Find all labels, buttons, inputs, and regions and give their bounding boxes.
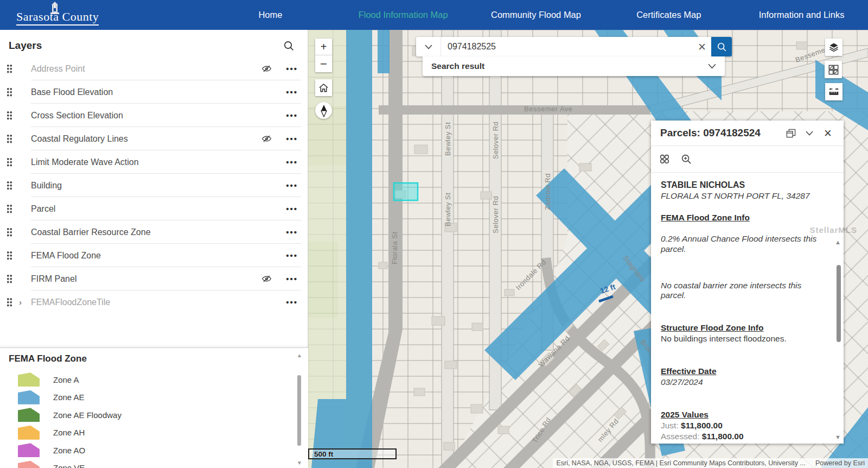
nav-items: Home Flood Information Map Community Flo… <box>204 0 868 30</box>
legend-item-zone-ae-floodway: Zone AE Floodway <box>9 406 308 424</box>
close-popup-button[interactable]: ✕ <box>819 127 837 140</box>
legend-label: Zone AE <box>53 393 85 402</box>
drag-handle-icon[interactable] <box>7 298 12 307</box>
collapse-popup-button[interactable] <box>800 131 819 136</box>
layer-row-parcel[interactable]: Parcel ••• <box>0 197 308 220</box>
drag-handle-icon[interactable] <box>7 64 12 73</box>
map-canvas[interactable]: Bessemer Ave Bessemer Florala St Bewley … <box>308 30 868 468</box>
drag-handle-icon[interactable] <box>7 204 12 213</box>
legend-scroll-up-icon[interactable]: ▲ <box>297 352 302 358</box>
drag-handle-icon[interactable] <box>7 111 12 120</box>
popup-scroll-up-icon[interactable]: ▲ <box>835 239 841 245</box>
popup-scroll-down-icon[interactable]: ▼ <box>835 434 841 440</box>
fema-flood-zone-info-link[interactable]: FEMA Flood Zone Info <box>661 213 827 223</box>
layer-label: FEMA Flood Zone <box>31 251 284 261</box>
popup-scrollbar-thumb[interactable] <box>837 265 841 342</box>
layer-options-button[interactable]: ••• <box>284 298 298 307</box>
nav-item-certificates-map[interactable]: Certificates Map <box>602 0 735 30</box>
zoom-out-button[interactable]: − <box>315 55 332 72</box>
home-extent-button[interactable] <box>315 79 332 96</box>
layer-row-address-point[interactable]: Address Point ••• <box>0 57 308 80</box>
legend-scroll-down-icon[interactable]: ▼ <box>297 460 302 466</box>
legend-swatch <box>18 426 40 440</box>
nav-item-home[interactable]: Home <box>204 0 337 30</box>
selected-parcel-highlight <box>394 183 418 200</box>
layer-row-femafloodzonetile[interactable]: › FEMAFloodZoneTile ••• <box>0 290 308 314</box>
layer-row-base-flood-elevation[interactable]: Base Flood Elevation ••• <box>0 80 308 104</box>
visibility-hidden-icon[interactable] <box>261 134 272 143</box>
zoom-in-button[interactable]: + <box>315 39 332 55</box>
layer-options-button[interactable]: ••• <box>284 274 298 283</box>
legend-swatch <box>18 408 40 422</box>
legend-item-zone-ve: Zone VE <box>9 459 308 468</box>
search-clear-icon[interactable]: ✕ <box>693 41 711 53</box>
drag-handle-icon[interactable] <box>7 134 12 143</box>
search-submit-button[interactable] <box>711 37 732 56</box>
layer-options-button[interactable]: ••• <box>284 134 298 143</box>
drag-handle-icon[interactable] <box>7 181 12 190</box>
layer-options-button[interactable]: ••• <box>284 181 298 190</box>
effective-date-header: Effective Date <box>661 366 827 376</box>
search-icon <box>717 42 727 52</box>
measure-button[interactable] <box>825 83 843 100</box>
visibility-hidden-icon[interactable] <box>261 64 272 73</box>
layer-search-icon[interactable] <box>283 40 295 52</box>
basemap-gallery-button[interactable] <box>825 61 842 78</box>
scale-label: 500 ft <box>314 450 333 458</box>
drag-handle-icon[interactable] <box>7 251 12 260</box>
layer-options-button[interactable]: ••• <box>284 111 298 120</box>
legend-label: Zone VE <box>53 463 85 468</box>
drag-handle-icon[interactable] <box>7 157 12 167</box>
layer-row-coastal-barrier-resource-zone[interactable]: Coastal Barrier Resource Zone ••• <box>0 220 308 244</box>
layer-label: FIRM Panel <box>31 274 261 284</box>
layer-label: Base Flood Elevation <box>31 87 284 97</box>
street-label: Florala St <box>391 231 399 264</box>
layer-row-firm-panel[interactable]: FIRM Panel ••• <box>0 267 308 290</box>
drag-handle-icon[interactable] <box>7 227 12 237</box>
coastal-barrier-line: No coastal barrier zone intersects this … <box>661 281 827 300</box>
layer-label: Building <box>31 181 284 191</box>
value-label: Taxable: <box>661 442 692 444</box>
search-result-row[interactable]: Search result <box>423 56 725 76</box>
street-label: Bewley St <box>444 122 452 156</box>
layer-options-button[interactable]: ••• <box>284 64 298 73</box>
nav-item-information-and-links[interactable]: Information and Links <box>735 0 868 30</box>
expand-chevron-icon[interactable]: › <box>19 298 25 307</box>
value-amount: $11,800 <box>694 442 724 444</box>
layer-row-building[interactable]: Building ••• <box>0 174 308 197</box>
dock-popup-button[interactable] <box>782 129 800 138</box>
drag-handle-icon[interactable] <box>7 274 12 283</box>
nav-item-flood-information-map[interactable]: Flood Information Map <box>337 0 470 30</box>
parcel-search-bar: ✕ <box>416 37 732 56</box>
layer-options-button[interactable]: ••• <box>284 251 298 260</box>
zoom-to-feature-icon[interactable] <box>681 154 692 165</box>
structure-flood-zone-header: Structure Flood Zone Info <box>661 323 827 333</box>
layers-icon <box>828 42 839 53</box>
visibility-hidden-icon[interactable] <box>261 274 272 283</box>
popup-content[interactable]: STABILE NICHOLAS FLORALA ST NORTH PORT F… <box>651 173 844 444</box>
related-records-icon[interactable] <box>659 154 670 165</box>
layer-options-button[interactable]: ••• <box>284 157 298 167</box>
layer-options-button[interactable]: ••• <box>284 204 298 213</box>
layer-row-limit-moderate-wave-action[interactable]: Limit Moderate Wave Action ••• <box>0 150 308 174</box>
parcel-popup: Parcels: 0974182524 ✕ <box>651 121 844 444</box>
chevron-down-icon[interactable] <box>708 64 716 69</box>
sarasota-county-logo[interactable]: Sarasota County <box>9 0 117 30</box>
layer-list-button[interactable] <box>825 39 843 56</box>
layer-options-button[interactable]: ••• <box>284 87 298 97</box>
compass-needle-icon <box>320 104 328 117</box>
layers-panel-title: Layers <box>9 40 42 52</box>
legend-scrollbar-thumb[interactable] <box>297 375 301 446</box>
drag-handle-icon[interactable] <box>7 87 12 97</box>
layer-row-fema-flood-zone[interactable]: FEMA Flood Zone ••• <box>0 244 308 267</box>
layer-row-coastal-regulatory-lines[interactable]: Coastal Regulatory Lines ••• <box>0 127 308 150</box>
legend-item-zone-ao: Zone AO <box>9 441 308 459</box>
layer-options-button[interactable]: ••• <box>284 227 298 237</box>
compass-button[interactable] <box>315 102 332 119</box>
layer-label: Address Point <box>31 64 261 74</box>
nav-item-community-flood-map[interactable]: Community Flood Map <box>470 0 603 30</box>
search-input[interactable] <box>441 42 693 52</box>
layer-row-cross-section-elevation[interactable]: Cross Section Elevation ••• <box>0 104 308 127</box>
search-source-dropdown[interactable] <box>416 37 441 56</box>
basemap-icon <box>828 65 839 75</box>
